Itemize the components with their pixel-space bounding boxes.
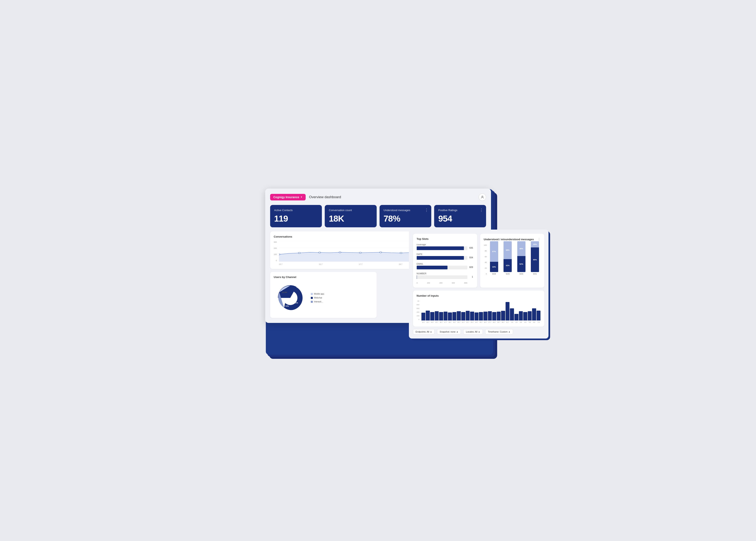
input-bar-10	[466, 311, 470, 320]
w31-col: 20% 80% W31	[529, 241, 541, 275]
input-label-0: 12.7	[421, 321, 426, 323]
metric-value-2: 78%	[384, 214, 427, 224]
input-bar-7	[452, 312, 457, 320]
legend-mobile: Mobile app.	[314, 293, 325, 295]
input-bar-23	[523, 312, 527, 320]
svg-point-8	[339, 252, 341, 253]
w29-bar: 58% 42%	[504, 241, 512, 272]
legend-interaction: Interacti...	[314, 300, 323, 303]
input-bar-1	[426, 310, 430, 320]
input-label-23: 4.8	[523, 321, 527, 323]
input-bar-17	[497, 311, 501, 320]
input-bar-11	[470, 311, 474, 320]
input-bar-21	[514, 314, 519, 320]
donut-container: 51.1% 27.9% 20.9% Mobile app. Webchat In…	[274, 281, 373, 314]
input-label-17: 29.7	[497, 321, 501, 323]
bar-item-number: NUMBER 1	[417, 272, 467, 279]
inputs-x-labels: 12.713.714.715.716.717.718.719.720.721.7…	[421, 321, 541, 323]
input-bar-6	[448, 312, 452, 320]
input-label-3: 15.7	[435, 321, 439, 323]
input-label-13: 25.7	[479, 321, 483, 323]
input-label-1: 13.7	[426, 321, 430, 323]
metric-menu-2[interactable]: ⋮	[425, 208, 428, 212]
inputs-chart-area: 1K8006004002000 12.713.714.715.716.717.7…	[417, 300, 541, 323]
brand-dropdown[interactable]: Cognigy Insurance	[270, 194, 306, 201]
metric-card-3: Positive Ratings 954 ⋮	[434, 205, 486, 227]
svg-point-7	[319, 252, 321, 253]
number-of-inputs-card: Number of inputs 1K8006004002000 12.713.…	[413, 290, 544, 326]
user-icon-btn[interactable]	[479, 194, 486, 201]
filter-btn-3[interactable]: Timeframe: Custom	[485, 329, 513, 334]
input-label-7: 19.7	[452, 321, 457, 323]
metric-value-3: 954	[438, 214, 482, 224]
metric-title-2: Understood messages	[384, 209, 427, 212]
input-bar-0	[421, 313, 426, 320]
input-label-22: 3.8	[519, 321, 523, 323]
input-bar-8	[457, 311, 461, 320]
slots-x-labels: 0200400600800	[417, 282, 467, 284]
understood-chart: 100806040200 67%	[484, 244, 541, 275]
input-bar-19	[506, 302, 510, 320]
w28-col: 67% 33% W28	[489, 241, 500, 275]
metric-menu-3[interactable]: ⋮	[480, 208, 483, 212]
header: Cognigy Insurance Overview dashboard	[270, 194, 486, 201]
input-label-12: 24.7	[475, 321, 479, 323]
svg-point-6	[298, 252, 300, 254]
input-label-18: 30.7	[501, 321, 505, 323]
inputs-bars-container: 12.713.714.715.716.717.718.719.720.721.7…	[421, 300, 541, 323]
input-label-15: 27.7	[488, 321, 492, 323]
filter-btn-2[interactable]: Locales: All	[463, 329, 483, 334]
input-bar-20	[510, 308, 514, 320]
svg-point-9	[359, 252, 361, 254]
input-bar-22	[519, 311, 523, 320]
input-label-9: 21.7	[461, 321, 465, 323]
w28-bar: 67% 33%	[490, 241, 498, 272]
input-bar-18	[501, 311, 505, 320]
metric-title-0: Active Contacts	[274, 209, 318, 212]
bar-item-email: EMAIL 609	[417, 263, 467, 270]
metric-card-0: Active Contacts 119	[270, 205, 322, 227]
metric-title-3: Positive Ratings	[438, 209, 482, 212]
understood-bars: 67% 33% W28	[489, 244, 541, 275]
page-title: Overview dashboard	[309, 195, 341, 199]
input-label-20: 1.8	[510, 321, 514, 323]
w30-label: W30	[520, 273, 523, 275]
w28-label: W28	[492, 273, 496, 275]
svg-point-0	[482, 196, 483, 197]
input-label-5: 17.7	[444, 321, 448, 323]
w31-label: W31	[533, 273, 537, 275]
input-bar-13	[479, 312, 483, 320]
input-label-10: 22.7	[466, 321, 470, 323]
input-bar-9	[461, 312, 465, 320]
filter-btn-0[interactable]: Endpoints: All	[413, 329, 435, 334]
filter-btn-1[interactable]: Snapshot: none	[437, 329, 461, 334]
understood-card: Understood / misunderstood messages ⋮ 10…	[480, 234, 544, 287]
overlay-front: Top Slots coverage 935 DATE	[409, 230, 548, 338]
input-bar-12	[475, 312, 479, 320]
w30-bar: 48% 52%	[517, 241, 525, 272]
filter-bar: Endpoints: AllSnapshot: noneLocales: All…	[413, 329, 544, 334]
metric-card-2: Understood messages 78% ⋮	[380, 205, 431, 227]
inputs-bars	[421, 300, 541, 321]
overlay-window: Top Slots coverage 935 DATE	[409, 230, 548, 338]
input-label-16: 28.7	[492, 321, 496, 323]
bar-item-coverage: coverage 935	[417, 243, 467, 250]
understood-menu[interactable]: ⋮	[537, 238, 541, 241]
inputs-y-axis: 1K8006004002000	[417, 300, 420, 321]
input-label-25: 6.8	[532, 321, 536, 323]
input-label-6: 18.7	[448, 321, 452, 323]
inputs-title: Number of inputs	[417, 294, 541, 297]
donut-legend: Mobile app. Webchat Interacti...	[311, 293, 325, 303]
input-bar-3	[435, 311, 439, 320]
donut-chart: 51.1% 27.9% 20.9%	[274, 281, 307, 314]
metric-card-1: Conversation count 18K	[325, 205, 377, 227]
input-bar-4	[439, 312, 443, 320]
top-slots-card: Top Slots coverage 935 DATE	[413, 234, 477, 287]
interaction-pct: 27.9%	[284, 305, 289, 307]
metric-title-1: Conversation count	[329, 209, 373, 212]
input-label-4: 16.7	[439, 321, 443, 323]
users-by-channel-title: Users by Channel	[274, 275, 373, 278]
input-bar-26	[537, 310, 541, 320]
input-bar-14	[483, 311, 488, 320]
metric-value-1: 18K	[329, 214, 373, 224]
